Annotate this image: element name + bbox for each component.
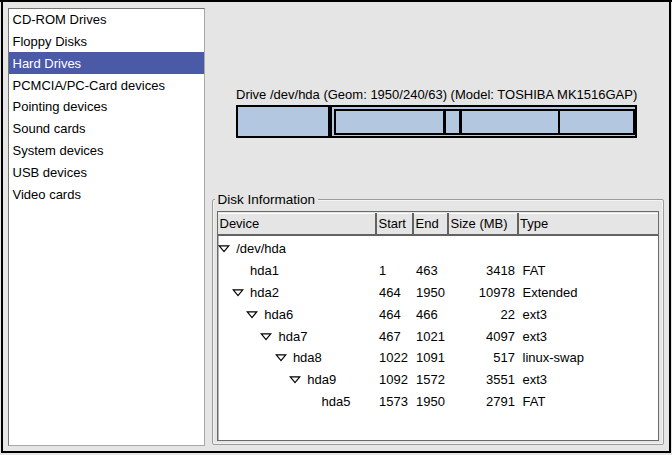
sidebar-item-floppy-disks[interactable]: Floppy Disks bbox=[9, 31, 204, 53]
device-name: hda1 bbox=[250, 263, 279, 278]
table-body: /dev/hdahda114633418FAThda2464195010978E… bbox=[218, 236, 658, 439]
table-row-hda8[interactable]: hda810221091517linux-swap bbox=[218, 347, 658, 369]
cell-end: 463 bbox=[412, 259, 447, 281]
cell-type bbox=[517, 238, 659, 260]
sidebar-item-hard-drives[interactable]: Hard Drives bbox=[9, 52, 204, 74]
column-header-device[interactable]: Device bbox=[218, 213, 375, 234]
table-row-hda2[interactable]: hda2464195010978Extended bbox=[218, 281, 658, 303]
table-row--dev-hda[interactable]: /dev/hda bbox=[218, 238, 658, 260]
device-name: hda9 bbox=[307, 372, 336, 387]
cell-size-mb: 3551 bbox=[447, 369, 517, 391]
cell-start: 1092 bbox=[375, 369, 412, 391]
cell-start: 467 bbox=[375, 325, 412, 347]
table-row-hda7[interactable]: hda746710214097ext3 bbox=[218, 325, 658, 347]
cell-type: FAT bbox=[517, 259, 659, 281]
cell-end: 1572 bbox=[412, 369, 447, 391]
cell-end: 1950 bbox=[412, 281, 447, 303]
cell-start: 1573 bbox=[375, 391, 412, 413]
disk-information-table: Device Start End Size (MB) Type /dev/hda… bbox=[217, 211, 659, 441]
sidebar-item-pcmcia-pc-card-devices[interactable]: PCMCIA/PC-Card devices bbox=[9, 74, 204, 96]
cell-size-mb bbox=[447, 238, 517, 260]
cell-type: Extended bbox=[517, 281, 659, 303]
cell-type: linux-swap bbox=[517, 347, 659, 369]
column-header-type[interactable]: Type bbox=[517, 213, 659, 234]
cell-type: ext3 bbox=[517, 369, 659, 391]
cell-size-mb: 3418 bbox=[447, 259, 517, 281]
cell-end: 466 bbox=[412, 303, 447, 325]
expander-triangle-icon[interactable] bbox=[275, 353, 287, 362]
table-row-hda1[interactable]: hda114633418FAT bbox=[218, 259, 658, 281]
device-category-list: CD-ROM DrivesFloppy DisksHard DrivesPCMC… bbox=[8, 8, 205, 446]
cell-size-mb: 2791 bbox=[447, 391, 517, 413]
column-header-end[interactable]: End bbox=[412, 213, 447, 234]
sidebar-item-video-cards[interactable]: Video cards bbox=[9, 183, 204, 205]
window-border-bottom bbox=[1, 451, 671, 453]
cell-end: 1091 bbox=[412, 347, 447, 369]
logical-partition-block-hda9[interactable] bbox=[460, 109, 560, 135]
table-row-hda5[interactable]: hda5157319502791FAT bbox=[218, 391, 658, 413]
logical-partition-block-hda7[interactable] bbox=[334, 109, 446, 135]
cell-size-mb: 4097 bbox=[447, 325, 517, 347]
column-header-size-mb[interactable]: Size (MB) bbox=[447, 213, 517, 234]
window-border-top bbox=[0, 0, 672, 2]
window-border-left bbox=[1, 1, 3, 453]
disk-information-frame-label: Disk Information bbox=[215, 192, 318, 207]
cell-start: 464 bbox=[375, 303, 412, 325]
cell-type: ext3 bbox=[517, 303, 659, 325]
cell-size-mb: 10978 bbox=[447, 281, 517, 303]
table-header-row: Device Start End Size (MB) Type bbox=[218, 212, 658, 236]
sidebar-item-system-devices[interactable]: System devices bbox=[9, 140, 204, 162]
cell-start: 1 bbox=[375, 259, 412, 281]
sidebar-item-sound-cards[interactable]: Sound cards bbox=[9, 118, 204, 140]
device-name: hda7 bbox=[279, 329, 308, 344]
expander-triangle-icon[interactable] bbox=[218, 244, 230, 253]
table-row-hda9[interactable]: hda9109215723551ext3 bbox=[218, 369, 658, 391]
expander-triangle-icon[interactable] bbox=[232, 288, 244, 297]
device-name: hda8 bbox=[293, 350, 322, 365]
cell-size-mb: 517 bbox=[447, 347, 517, 369]
cell-end: 1950 bbox=[412, 391, 447, 413]
expander-triangle-icon[interactable] bbox=[260, 332, 272, 341]
device-name: hda5 bbox=[321, 394, 350, 409]
partition-block-hda1[interactable] bbox=[236, 105, 330, 138]
cell-start: 464 bbox=[375, 281, 412, 303]
expander-triangle-icon[interactable] bbox=[289, 375, 301, 384]
sidebar-item-usb-devices[interactable]: USB devices bbox=[9, 161, 204, 183]
table-row-hda6[interactable]: hda646446622ext3 bbox=[218, 303, 658, 325]
window-border-right bbox=[669, 1, 671, 453]
cell-size-mb: 22 bbox=[447, 303, 517, 325]
device-name: hda6 bbox=[264, 307, 293, 322]
column-header-start[interactable]: Start bbox=[375, 213, 412, 234]
expander-triangle-icon[interactable] bbox=[246, 310, 258, 319]
cell-end bbox=[412, 238, 447, 260]
cell-type: FAT bbox=[517, 391, 659, 413]
cell-start bbox=[375, 238, 412, 260]
logical-partition-block-hda5[interactable] bbox=[558, 109, 635, 135]
cell-type: ext3 bbox=[517, 325, 659, 347]
drive-summary-label: Drive /dev/hda (Geom: 1950/240/63) (Mode… bbox=[236, 87, 661, 102]
device-name: hda2 bbox=[250, 285, 279, 300]
cell-end: 1021 bbox=[412, 325, 447, 347]
sidebar-item-pointing-devices[interactable]: Pointing devices bbox=[9, 96, 204, 118]
cell-start: 1022 bbox=[375, 347, 412, 369]
sidebar-item-cd-rom-drives[interactable]: CD-ROM Drives bbox=[9, 9, 204, 31]
device-name: /dev/hda bbox=[236, 241, 286, 256]
